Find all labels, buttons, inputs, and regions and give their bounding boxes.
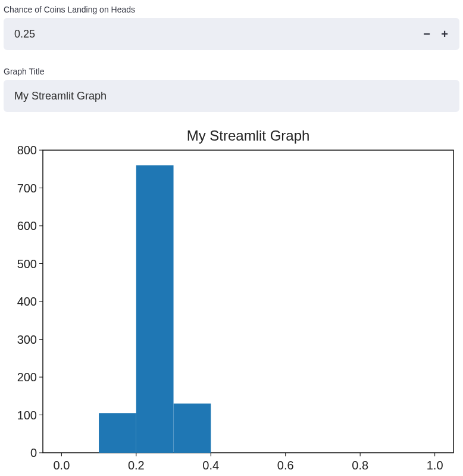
- plot-area: [43, 150, 453, 453]
- ytick-label: 0: [30, 446, 37, 459]
- chance-value[interactable]: [10, 28, 418, 41]
- ytick-label: 200: [17, 371, 37, 384]
- chance-label: Chance of Coins Landing on Heads: [4, 5, 462, 14]
- histogram-bar: [174, 403, 211, 453]
- ytick-label: 300: [17, 333, 37, 346]
- graph-title-field[interactable]: [14, 90, 449, 102]
- chart-svg: My Streamlit Graph0100200300400500600700…: [4, 126, 462, 472]
- xtick-label: 0.8: [352, 459, 368, 472]
- chart-title: My Streamlit Graph: [187, 127, 310, 144]
- ytick-label: 400: [17, 295, 37, 308]
- graph-title-label: Graph Title: [4, 67, 462, 76]
- xtick-label: 1.0: [427, 459, 443, 472]
- histogram-bar: [136, 165, 174, 453]
- histogram-bar: [99, 413, 136, 453]
- graph-title-input[interactable]: [4, 80, 459, 112]
- ytick-label: 600: [17, 219, 37, 232]
- ytick-label: 100: [17, 409, 37, 422]
- minus-icon[interactable]: −: [418, 25, 436, 43]
- xtick-label: 0.0: [53, 459, 70, 472]
- ytick-label: 500: [17, 257, 37, 270]
- chance-number-input[interactable]: − +: [4, 18, 459, 50]
- xtick-label: 0.4: [202, 459, 219, 472]
- histogram-chart: My Streamlit Graph0100200300400500600700…: [1, 126, 462, 472]
- xtick-label: 0.6: [277, 459, 294, 472]
- xtick-label: 0.2: [128, 459, 145, 472]
- ytick-label: 700: [17, 182, 37, 195]
- ytick-label: 800: [17, 144, 37, 157]
- plus-icon[interactable]: +: [436, 25, 453, 43]
